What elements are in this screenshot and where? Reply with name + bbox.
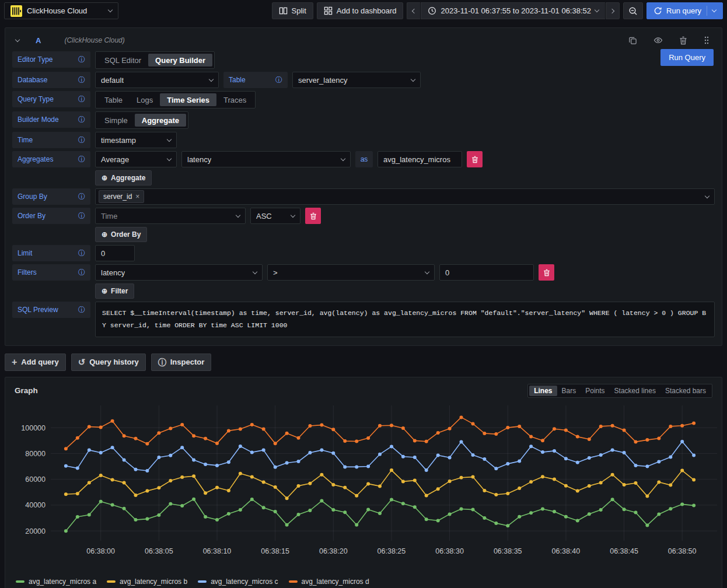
group-by-multiselect[interactable]: server_id × (95, 188, 715, 205)
data-point (123, 434, 126, 438)
aggregate-column-select[interactable]: latency (181, 151, 351, 167)
alias-input[interactable]: avg_latency_micros (378, 151, 462, 167)
filter-value-input[interactable]: 0 (439, 264, 534, 281)
order-by-field-select[interactable]: Time (95, 208, 246, 224)
data-point (680, 424, 684, 427)
data-point (436, 430, 440, 434)
remove-filter-button[interactable] (539, 264, 554, 281)
radio-option-table[interactable]: Table (97, 93, 130, 106)
remove-tag-icon[interactable]: × (135, 192, 139, 201)
info-icon[interactable]: ⓘ (78, 249, 85, 258)
database-select[interactable]: default (95, 72, 219, 88)
add-to-dashboard-button[interactable]: Add to dashboard (317, 2, 404, 19)
add-query-button[interactable]: + Add query (5, 354, 66, 371)
chevron-left-icon (412, 8, 417, 13)
chevron-down-icon (209, 76, 214, 81)
duplicate-query-icon[interactable] (624, 36, 641, 45)
info-icon[interactable]: ⓘ (78, 305, 85, 315)
inspector-button[interactable]: ⓘ Inspector (151, 354, 212, 371)
add-aggregate-button[interactable]: ⊕ Aggregate (95, 170, 152, 186)
remove-order-by-button[interactable] (305, 208, 321, 224)
graph-panel-title: Graph (15, 386, 38, 395)
table-label: Table ⓘ (223, 72, 288, 88)
radio-option-aggregate[interactable]: Aggregate (135, 114, 186, 127)
data-point (436, 487, 440, 491)
remove-aggregate-button[interactable] (467, 151, 483, 167)
split-button[interactable]: Split (272, 2, 313, 19)
radio-option-stacked-lines[interactable]: Stacked lines (610, 386, 660, 396)
drag-handle-icon[interactable] (700, 36, 714, 45)
time-series-chart[interactable]: 2000040000600008000010000006:38:0006:38:… (15, 400, 712, 575)
query-row-header[interactable]: A (ClickHouse Cloud) (12, 32, 715, 49)
data-point (611, 473, 614, 476)
info-icon[interactable]: ⓘ (78, 135, 85, 145)
zoom-out-button[interactable] (623, 2, 643, 19)
info-icon[interactable]: ⓘ (78, 75, 85, 85)
order-by-direction-select[interactable]: ASC (250, 208, 300, 224)
info-icon[interactable]: ⓘ (78, 192, 85, 202)
data-point (331, 508, 335, 511)
data-point (227, 488, 230, 492)
data-point (588, 512, 591, 516)
info-icon[interactable]: ⓘ (275, 75, 282, 85)
data-point (250, 475, 254, 478)
limit-input[interactable]: 0 (95, 245, 135, 261)
radio-option-logs[interactable]: Logs (130, 93, 160, 106)
run-query-button[interactable]: Run query (646, 2, 723, 19)
legend-item-avg_latency_micros-c[interactable]: avg_latency_micros c (198, 578, 278, 586)
info-icon[interactable]: ⓘ (78, 115, 85, 125)
data-point (111, 446, 114, 449)
legend-item-avg_latency_micros-a[interactable]: avg_latency_micros a (16, 578, 96, 586)
data-point (611, 424, 614, 427)
info-icon[interactable]: ⓘ (78, 94, 85, 104)
chevron-down-icon[interactable] (712, 8, 716, 12)
data-point (634, 440, 638, 443)
data-point (123, 458, 126, 461)
data-point (657, 480, 660, 484)
aggregate-function-select[interactable]: Average (95, 151, 177, 167)
filter-column-select[interactable]: latency (95, 264, 263, 281)
data-point (192, 434, 195, 438)
chart-canvas[interactable]: 2000040000600008000010000006:38:0006:38:… (15, 400, 721, 568)
add-order-by-button[interactable]: ⊕ Order By (95, 227, 147, 242)
collapse-chevron-icon[interactable] (15, 37, 20, 41)
button-divider (707, 6, 707, 16)
data-point (553, 510, 556, 513)
filter-operator-select[interactable]: > (267, 264, 435, 281)
radio-option-simple[interactable]: Simple (97, 114, 135, 127)
table-select[interactable]: server_latency (292, 72, 421, 88)
time-column-select[interactable]: timestamp (95, 132, 177, 148)
radio-option-time-series[interactable]: Time Series (160, 93, 216, 106)
info-icon[interactable]: ⓘ (78, 211, 85, 221)
time-forward-button[interactable] (606, 2, 620, 19)
data-point (157, 486, 160, 489)
radio-option-query-builder[interactable]: Query Builder (148, 54, 212, 66)
time-range-button[interactable]: 2023-11-01 06:37:55 to 2023-11-01 06:38:… (421, 2, 605, 19)
legend-item-avg_latency_micros-b[interactable]: avg_latency_micros b (107, 578, 187, 586)
radio-option-traces[interactable]: Traces (216, 93, 253, 106)
query-history-button[interactable]: ↺ Query history (71, 354, 146, 371)
editor-run-query-button[interactable]: Run Query (660, 49, 714, 66)
data-point (413, 478, 417, 482)
info-icon[interactable]: ⓘ (78, 155, 85, 164)
radio-option-stacked-bars[interactable]: Stacked bars (660, 386, 711, 396)
data-point (541, 475, 544, 478)
info-icon[interactable]: ⓘ (78, 268, 85, 278)
radio-option-bars[interactable]: Bars (557, 386, 581, 396)
time-back-button[interactable] (407, 2, 420, 19)
radio-option-sql-editor[interactable]: SQL Editor (97, 54, 148, 66)
data-point (576, 435, 579, 438)
radio-option-points[interactable]: Points (581, 386, 609, 396)
radio-option-lines[interactable]: Lines (529, 386, 557, 396)
datasource-name: ClickHouse Cloud (27, 6, 87, 15)
remove-query-trash-icon[interactable] (675, 36, 691, 45)
add-filter-button[interactable]: ⊕ Filter (95, 284, 134, 299)
legend-item-avg_latency_micros-d[interactable]: avg_latency_micros d (289, 578, 369, 586)
info-icon[interactable]: ⓘ (78, 55, 85, 65)
data-point (448, 512, 452, 516)
sql-preview-label: SQL Preview ⓘ (12, 302, 90, 318)
datasource-picker[interactable]: ClickHouse Cloud (4, 2, 118, 19)
data-point (331, 451, 335, 454)
data-point (413, 456, 417, 459)
hide-response-eye-icon[interactable] (649, 36, 667, 45)
